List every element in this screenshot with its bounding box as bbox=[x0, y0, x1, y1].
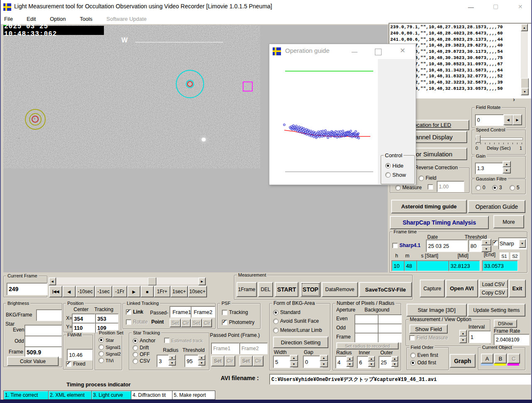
capture-button[interactable]: Capture bbox=[420, 279, 445, 297]
drift-radio[interactable]: Drift bbox=[133, 345, 149, 351]
sharp41-checkbox[interactable]: Sharp4.1 bbox=[392, 242, 421, 248]
even-background-input[interactable] bbox=[378, 314, 402, 324]
outer-up-icon[interactable]: ▲ bbox=[391, 356, 398, 361]
show-radio[interactable]: Show bbox=[385, 172, 406, 178]
width-down-icon[interactable]: ▼ bbox=[290, 361, 298, 367]
object-a-button[interactable]: A bbox=[481, 354, 493, 363]
menu-option[interactable]: Option bbox=[50, 16, 66, 22]
asteroid-timing-guide-button[interactable]: Asteroid timing guide bbox=[391, 200, 467, 213]
del-button[interactable]: DEL bbox=[258, 282, 273, 297]
combo-down-icon[interactable]: ▼ bbox=[519, 239, 526, 248]
load-csv-button[interactable]: Load CSV bbox=[479, 279, 508, 289]
object-b-button[interactable]: B bbox=[494, 354, 507, 363]
pp-clr2-button[interactable]: Clr bbox=[253, 356, 264, 366]
passed-set2-button[interactable]: Set bbox=[191, 319, 202, 327]
avi-filename-input[interactable]: C:¥Users¥yhide¥OneDrive¥デスクトップ¥capture¥1… bbox=[269, 374, 531, 385]
back-10sec-button[interactable]: -10sec bbox=[76, 286, 95, 297]
sharpcap-timing-button[interactable]: SharpCap Timing Analysis bbox=[390, 216, 489, 229]
avoid-sunlit-radio[interactable]: Avoid Sunlit Face bbox=[273, 318, 319, 324]
opguide-maximize-icon[interactable] bbox=[375, 49, 382, 55]
passed-clr2-button[interactable]: Clr bbox=[202, 319, 212, 327]
color-value-button[interactable]: Color Value bbox=[7, 356, 59, 366]
y-center-value[interactable]: 110 bbox=[72, 323, 95, 333]
object-c-button[interactable]: C bbox=[507, 354, 520, 363]
field-measure-checkbox[interactable]: Field Measure bbox=[409, 335, 448, 341]
passed-point-frame1-input[interactable]: Frame1 bbox=[211, 343, 239, 354]
radius-down-icon[interactable]: ▼ bbox=[168, 360, 176, 366]
odd-first-radio[interactable]: Odd first bbox=[410, 360, 436, 366]
log-more-chevron-icon[interactable]: › bbox=[513, 96, 515, 102]
width-up-icon[interactable]: ▲ bbox=[290, 355, 298, 361]
interval-up-icon[interactable]: ▲ bbox=[459, 330, 467, 336]
position-set-star-radio[interactable]: Star bbox=[99, 337, 114, 343]
gaussian-5-radio[interactable]: 5 bbox=[510, 185, 520, 190]
bkg-frame-input[interactable] bbox=[36, 309, 62, 321]
frame-scroll-thumb[interactable] bbox=[148, 277, 156, 285]
outer-down-icon[interactable]: ▼ bbox=[391, 361, 398, 367]
measure-1frame-button[interactable]: 1Frame bbox=[236, 282, 257, 297]
x-center-value[interactable]: 354 bbox=[72, 314, 95, 324]
fwd-1frame-button[interactable]: 1Fr+ bbox=[154, 286, 170, 297]
fwd-1sec-button[interactable]: 1sec+ bbox=[170, 286, 188, 297]
fwd-10sec-button[interactable]: 10sec+ bbox=[188, 286, 207, 297]
field-rotate-left-button[interactable]: ◀ bbox=[503, 114, 513, 125]
position-set-signal2-radio[interactable]: Signal2 bbox=[99, 351, 121, 356]
even-first-radio[interactable]: Even first bbox=[410, 352, 438, 358]
open-avi-button[interactable]: Open AVI bbox=[446, 279, 478, 297]
copy-csv-button[interactable]: Copy CSV bbox=[479, 288, 508, 297]
opguide-minimize-icon[interactable]: — bbox=[352, 49, 357, 54]
back-1sec-button[interactable]: -1sec bbox=[95, 286, 112, 297]
set-radius-recorded-button[interactable]: Set radius to recorded bbox=[336, 342, 399, 349]
reverse-correction-checkbox[interactable] bbox=[428, 184, 433, 190]
threshold2-down-icon[interactable]: ▼ bbox=[198, 360, 205, 366]
start-button[interactable]: START bbox=[275, 282, 298, 297]
anchor-radio[interactable]: Anchor bbox=[133, 338, 155, 344]
even-input[interactable] bbox=[25, 325, 62, 336]
opguide-close-icon[interactable]: ✕ bbox=[400, 48, 405, 54]
x-tracking-value[interactable]: 353 bbox=[95, 314, 118, 324]
passed-clr1-button[interactable]: Clr bbox=[181, 319, 191, 327]
off-radio[interactable]: OFF bbox=[133, 351, 150, 357]
end-value[interactable]: 33.0573 bbox=[482, 260, 518, 271]
px-radius-down-icon[interactable]: ▼ bbox=[346, 361, 353, 367]
psf-photometry-checkbox[interactable]: Photometry bbox=[222, 319, 254, 325]
speed-slider-track[interactable] bbox=[475, 138, 523, 140]
standard-radio[interactable]: Standard bbox=[273, 309, 300, 315]
field-rotate-input[interactable]: 0 bbox=[475, 114, 505, 126]
current-frame-value[interactable]: 249 bbox=[7, 283, 47, 295]
scroll-down-icon[interactable]: ▼ bbox=[521, 88, 529, 95]
play-button[interactable]: ▶ bbox=[127, 286, 140, 297]
pp-set2-button[interactable]: Set bbox=[239, 356, 253, 366]
position-set-signal1-radio[interactable]: Signal1 bbox=[99, 344, 121, 350]
psf-tracking-checkbox[interactable]: Tracking bbox=[222, 309, 248, 315]
maximize-icon[interactable]: ▢ bbox=[493, 3, 498, 9]
menu-file[interactable]: File bbox=[4, 16, 13, 22]
pp-set1-button[interactable]: Set bbox=[211, 356, 224, 366]
field-rotate-right-button[interactable]: ▶ bbox=[512, 114, 522, 125]
close-icon[interactable]: ✕ bbox=[518, 4, 523, 10]
odd-aperture-input[interactable] bbox=[355, 324, 379, 334]
fwhm-fixed-checkbox[interactable]: Fixed bbox=[66, 361, 85, 367]
estimated-track-checkbox[interactable]: Estimated track bbox=[164, 338, 203, 343]
position-set-tivi-radio[interactable]: TIVi bbox=[99, 358, 113, 363]
even-aperture-input[interactable] bbox=[355, 314, 379, 324]
update-setting-items-button[interactable]: Update Setting Items bbox=[468, 304, 525, 316]
odd-input[interactable] bbox=[25, 336, 62, 347]
frame-scroll-right-icon[interactable]: ▶ bbox=[198, 277, 206, 285]
back-1frame-button[interactable]: -1Fr bbox=[112, 286, 127, 297]
start-value[interactable] bbox=[416, 260, 451, 271]
speed-slider-thumb[interactable] bbox=[476, 135, 480, 143]
frame-rate-value[interactable]: 2.0408109 bbox=[494, 334, 530, 346]
stop-button[interactable]: STOP bbox=[300, 282, 320, 297]
menu-tools[interactable]: Tools bbox=[80, 16, 92, 22]
radius-up-icon[interactable]: ▲ bbox=[168, 355, 176, 360]
gap-down-icon[interactable]: ▼ bbox=[320, 361, 328, 367]
star-image-3d-button[interactable]: Star Image [3D] bbox=[406, 304, 467, 316]
operation-guide-window[interactable]: Operation guide — ✕ Control Hide Show bbox=[269, 44, 416, 185]
gap-up-icon[interactable]: ▲ bbox=[320, 355, 328, 361]
goto-start-button[interactable]: |◀◀ bbox=[49, 286, 62, 297]
inner-up-icon[interactable]: ▲ bbox=[368, 356, 375, 361]
interval-down-icon[interactable]: ▼ bbox=[459, 336, 467, 343]
menu-edit[interactable]: Edit bbox=[27, 16, 36, 22]
dshow-button[interactable]: DShow bbox=[494, 319, 517, 328]
